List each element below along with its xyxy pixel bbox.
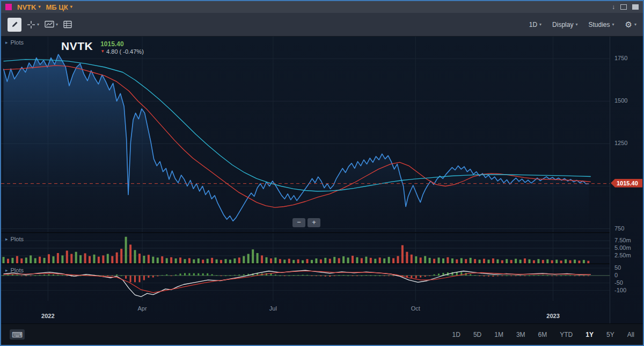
volume-bar — [442, 258, 444, 263]
draw-tool-button[interactable] — [8, 18, 21, 32]
display-dropdown[interactable]: Display ▾ — [552, 21, 577, 28]
volume-bar — [170, 257, 172, 263]
chevron-down-icon: ▾ — [539, 22, 541, 27]
oscillator-histogram-bar — [157, 276, 158, 277]
oscillator-pane-chart[interactable] — [1, 264, 610, 301]
studies-dropdown[interactable]: Studies ▾ — [588, 21, 614, 28]
volume-bar — [266, 257, 268, 263]
chart-toolbar: ▾ ▾ 1D ▾ — [1, 13, 643, 37]
oscillator-histogram-bar — [393, 276, 394, 276]
oscillator-histogram-bar — [43, 275, 45, 276]
range-button-6m[interactable]: 6M — [538, 331, 547, 338]
y-axis-tick: -100 — [614, 287, 626, 293]
volume-bar — [415, 256, 417, 263]
keyboard-shortcuts-button[interactable]: ⌨ — [10, 329, 25, 340]
range-button-1d[interactable]: 1D — [452, 331, 460, 338]
volume-bar — [157, 257, 159, 263]
chevron-down-icon: ▾ — [634, 22, 636, 27]
volume-bar — [70, 254, 72, 263]
osc-main-white-line — [4, 270, 591, 297]
volume-bar — [379, 257, 381, 263]
close-icon[interactable] — [632, 4, 639, 10]
chevron-down-icon: ▾ — [70, 5, 72, 9]
osc-signal-red-line — [4, 271, 591, 293]
oscillator-histogram-bar — [207, 273, 208, 276]
volume-bar — [107, 254, 109, 263]
y-axis[interactable]: 1015.40 1750150012507507.50m5.00m2.50m50… — [610, 37, 643, 323]
price-pane-plots-toggle[interactable]: ▸ Plots — [5, 39, 24, 46]
oscillator-histogram-bar — [311, 276, 313, 276]
volume-pane-chart[interactable] — [1, 233, 610, 263]
volume-bar — [329, 259, 331, 263]
oscillator-histogram-bar — [488, 276, 489, 277]
range-button-1y[interactable]: 1Y — [586, 331, 594, 338]
workspace-color-swatch[interactable] — [5, 4, 12, 10]
volume-bar — [7, 259, 9, 263]
oscillator-histogram-bar — [338, 275, 340, 276]
oscillator-histogram-bar — [434, 275, 435, 276]
volume-bar — [424, 256, 426, 263]
oscillator-histogram-bar — [542, 275, 544, 276]
range-button-1m[interactable]: 1M — [494, 331, 503, 338]
settings-dropdown[interactable]: ⚙ ▾ — [625, 20, 636, 28]
x-axis-label: Apr — [138, 305, 147, 312]
zoom-out-button[interactable]: − — [292, 218, 305, 227]
range-button-ytd[interactable]: YTD — [560, 331, 573, 338]
range-button-3m[interactable]: 3M — [516, 331, 525, 338]
volume-bar — [529, 260, 531, 263]
volume-bar — [53, 256, 55, 263]
download-icon[interactable]: ↓ — [612, 4, 615, 10]
price-area-fill — [4, 54, 589, 232]
oscillator-histogram-bar — [388, 276, 390, 276]
volume-bar — [184, 259, 186, 263]
volume-bar — [188, 258, 191, 264]
oscillator-histogram-bar — [533, 275, 535, 276]
oscillator-histogram-bar — [202, 273, 204, 276]
symbol-selector[interactable]: NVTK ▾ — [17, 3, 40, 11]
volume-bar — [574, 260, 576, 263]
volume-bar — [361, 258, 363, 264]
oscillator-histogram-bar — [211, 274, 213, 275]
oscillator-histogram-bar — [510, 276, 512, 276]
maximize-icon[interactable] — [620, 4, 627, 10]
oscillator-histogram-bar — [547, 275, 548, 276]
oscillator-histogram-bar — [3, 275, 4, 276]
oscillator-histogram-bar — [288, 276, 290, 276]
plot-area[interactable]: ▸ Plots ▸ Plots ▸ Plots NVTK 1015.40 ▼ 4… — [1, 37, 610, 323]
title-bar: NVTK ▾ МБ ЦК ▾ ↓ — [1, 1, 643, 13]
volume-bar — [451, 258, 453, 263]
symbol-name: NVTK — [61, 40, 93, 55]
oscillator-histogram-bar — [497, 276, 499, 276]
chart-widget: ▸ Plots ▸ Plots ▸ Plots NVTK 1015.40 ▼ 4… — [1, 37, 643, 323]
oscillator-histogram-bar — [365, 275, 367, 276]
price-pane-chart[interactable] — [1, 37, 610, 232]
timeframe-label: 1D — [529, 21, 537, 28]
chart-type-button[interactable]: ▾ — [45, 20, 58, 28]
zoom-in-button[interactable]: + — [308, 218, 320, 227]
board-selector[interactable]: МБ ЦК ▾ — [46, 3, 72, 11]
volume-pane-plots-toggle[interactable]: ▸ Plots — [5, 236, 24, 242]
volume-bar — [479, 260, 481, 263]
volume-bar — [320, 260, 322, 263]
oscillator-histogram-bar — [184, 273, 186, 276]
volume-bar — [546, 260, 548, 263]
crosshair-tool-button[interactable]: ▾ — [27, 20, 39, 29]
volume-bar — [356, 257, 358, 263]
range-button-5y[interactable]: 5Y — [606, 331, 614, 338]
volume-bar — [438, 257, 440, 263]
range-button-all[interactable]: All — [627, 331, 634, 338]
triangle-right-icon: ▸ — [5, 268, 8, 273]
oscillator-histogram-bar — [329, 276, 331, 277]
oscillator-histogram-bar — [320, 276, 321, 276]
oscillator-pane-plots-toggle[interactable]: ▸ Plots — [5, 267, 24, 273]
quote-grid-button[interactable] — [63, 20, 72, 28]
gear-icon: ⚙ — [625, 20, 632, 28]
range-button-5d[interactable]: 5D — [473, 331, 481, 338]
timeframe-dropdown[interactable]: 1D ▾ — [529, 21, 541, 28]
oscillator-histogram-bar — [53, 275, 54, 276]
oscillator-histogram-bar — [284, 276, 286, 276]
volume-bar — [66, 251, 68, 264]
volume-bar — [39, 257, 41, 263]
x-axis[interactable]: 2022AprJulOct2023 — [1, 301, 610, 323]
oscillator-histogram-bar — [270, 273, 272, 276]
